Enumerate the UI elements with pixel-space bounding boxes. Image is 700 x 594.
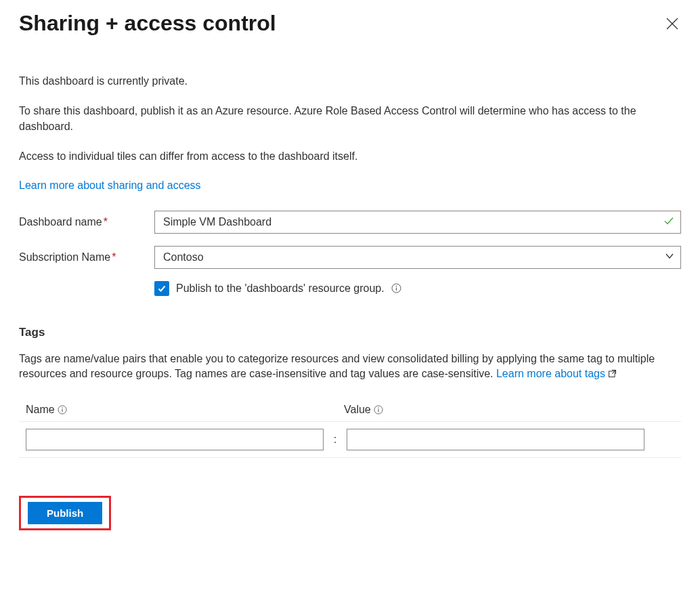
tag-name-input[interactable]: [26, 429, 324, 450]
info-icon[interactable]: [58, 405, 67, 415]
intro-text-2: To share this dashboard, publish it as a…: [19, 104, 681, 134]
svg-point-3: [395, 286, 397, 287]
learn-more-sharing-link[interactable]: Learn more about sharing and access: [19, 179, 201, 191]
external-link-icon: [608, 367, 617, 382]
info-icon[interactable]: [374, 405, 383, 415]
tags-table: Name Value :: [19, 398, 681, 458]
svg-point-8: [62, 408, 62, 408]
dashboard-name-label: Dashboard name*: [19, 216, 154, 228]
intro-text-1: This dashboard is currently private.: [19, 74, 681, 89]
tags-column-value-header: Value: [344, 404, 674, 416]
publish-resource-group-checkbox[interactable]: [154, 281, 169, 296]
close-button[interactable]: [663, 15, 681, 33]
learn-more-tags-link[interactable]: Learn more about tags: [496, 368, 617, 379]
tags-column-name-header: Name: [26, 404, 344, 416]
tag-separator: :: [326, 433, 344, 446]
intro-text-3: Access to individual tiles can differ fr…: [19, 149, 681, 164]
tags-row: :: [19, 422, 681, 457]
dashboard-name-input[interactable]: [154, 211, 681, 234]
subscription-name-label: Subscription Name*: [19, 251, 154, 263]
check-icon: [157, 284, 167, 293]
svg-line-6: [612, 370, 616, 374]
info-icon[interactable]: [391, 283, 401, 293]
tags-section-title: Tags: [19, 326, 681, 339]
close-icon: [666, 18, 678, 30]
publish-resource-group-label: Publish to the 'dashboards' resource gro…: [176, 282, 385, 295]
subscription-name-select[interactable]: Contoso: [154, 246, 681, 269]
svg-point-11: [378, 408, 378, 408]
publish-button[interactable]: Publish: [28, 502, 102, 524]
publish-button-highlight: Publish: [19, 496, 111, 530]
tags-description: Tags are name/value pairs that enable yo…: [19, 352, 681, 383]
page-title: Sharing + access control: [19, 11, 276, 36]
tag-value-input[interactable]: [347, 429, 644, 450]
subscription-selected-value: Contoso: [163, 251, 204, 263]
